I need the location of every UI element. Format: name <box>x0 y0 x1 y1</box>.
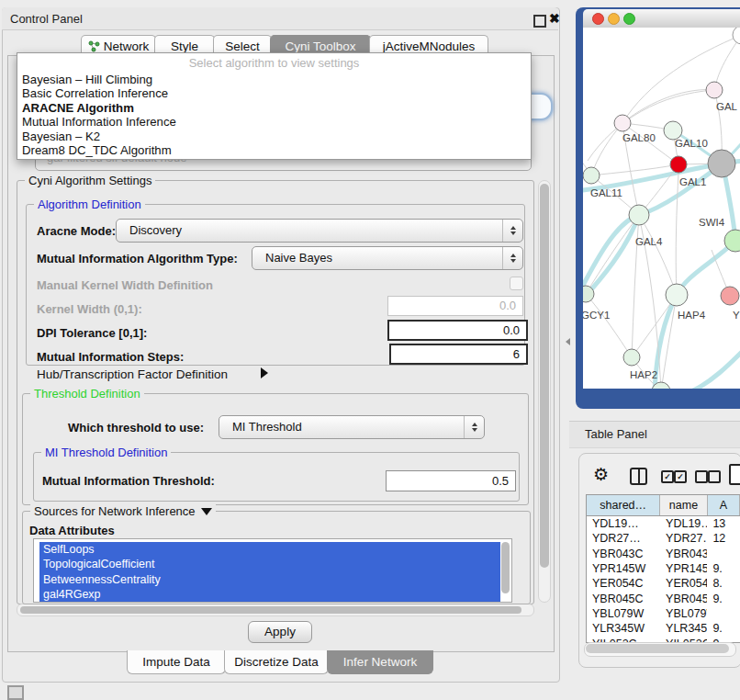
tab-impute-data[interactable]: Impute Data <box>127 650 226 674</box>
zoom-traffic-light-icon[interactable] <box>623 13 635 25</box>
tab-style-label: Style <box>171 40 198 53</box>
export-table-icon[interactable] <box>729 464 740 485</box>
node-label: GAL4 <box>635 236 663 247</box>
node-label: SWI4 <box>699 217 725 228</box>
table-row[interactable]: YDL19…YDL19…13 <box>587 516 740 531</box>
split-divider-grip[interactable] <box>566 338 570 345</box>
float-window-icon[interactable] <box>533 15 546 28</box>
algorithm-popup-list: Bayesian – Hill ClimbingBasic Correlatio… <box>17 73 531 157</box>
attribute-list-item[interactable]: gal4RGexp <box>39 587 500 602</box>
node-label: GCY1 <box>583 310 610 321</box>
attributes-scrollbar-thumb[interactable] <box>501 542 510 593</box>
manual-kernel-checkbox[interactable] <box>510 277 523 290</box>
algorithm-popup: Select algorithm to view settings Bayesi… <box>17 52 532 160</box>
hub-definition-label[interactable]: Hub/Transcription Factor Definition <box>37 367 228 381</box>
dpi-tolerance-field[interactable]: 0.0 <box>387 320 528 341</box>
node-label: GAL10 <box>675 138 708 149</box>
node-label: HAP2 <box>630 369 657 380</box>
kernel-width-label: Kernel Width (0,1): <box>37 302 142 316</box>
network-node-hap4[interactable] <box>666 284 688 306</box>
table-row[interactable]: YLR345WYLR345W9. <box>587 621 740 636</box>
kernel-width-field[interactable]: 0.0 <box>387 296 523 316</box>
attribute-list-item[interactable]: BetweennessCentrality <box>39 572 500 587</box>
network-node-hap2[interactable] <box>623 349 640 366</box>
aracne-mode-label: Aracne Mode: <box>37 224 116 238</box>
mi-type-select[interactable]: Naive Bayes <box>252 246 523 270</box>
control-panel-titlebar <box>2 7 558 30</box>
settings-vscrollbar-thumb[interactable] <box>540 184 549 568</box>
node-label: GAL <box>716 101 738 112</box>
node-table[interactable]: shared…nameA YDL19…YDL19…13YDR27…YDR27…1… <box>586 494 740 643</box>
network-canvas[interactable]: GALGAL80GAL10GAL1GAL11GAL4SWI4GCY1HAP4YH… <box>583 28 740 389</box>
algorithm-option[interactable]: ARACNE Algorithm <box>17 101 531 115</box>
network-window-titlebar[interactable] <box>583 9 740 28</box>
table-hscrollbar-thumb[interactable] <box>586 644 729 653</box>
network-node-y[interactable] <box>721 287 739 305</box>
mi-threshold-field[interactable]: 0.5 <box>386 470 516 491</box>
tab-discretize-data[interactable]: Discretize Data <box>224 650 329 674</box>
data-attributes-list[interactable]: SelfLoopsTopologicalCoefficientBetweenne… <box>33 538 512 603</box>
expand-right-icon[interactable] <box>261 367 268 378</box>
tab-cyni-toolbox-label: Cyni Toolbox <box>285 40 355 53</box>
algorithm-option[interactable]: Bayesian – K2 <box>17 130 531 143</box>
node-label: GAL1 <box>679 176 706 187</box>
table-row[interactable]: YBR043CYBR043C <box>587 547 740 561</box>
tab-jactivemnodules-label: jActiveMNodules <box>383 40 476 53</box>
column-header[interactable]: A <box>708 495 740 515</box>
sources-group-title[interactable]: Sources for Network Inference <box>30 504 216 518</box>
which-threshold-select[interactable]: MI Threshold <box>219 415 485 439</box>
table-cell: YBL079W <box>660 607 707 620</box>
data-attributes-items: SelfLoopsTopologicalCoefficientBetweenne… <box>34 542 511 603</box>
table-cell: YBR045C <box>660 593 707 605</box>
network-node-gal4[interactable] <box>629 205 649 225</box>
table-row[interactable]: YDR27…YDR27…12 <box>587 531 740 546</box>
table-cell: YBR043C <box>587 548 660 560</box>
minimize-traffic-light-icon[interactable] <box>608 13 620 25</box>
attribute-list-item[interactable]: SelfLoops <box>39 542 500 557</box>
table-cell: YLR345W <box>587 622 660 635</box>
network-node-gal10[interactable] <box>664 121 682 140</box>
network-node[interactable] <box>708 150 735 177</box>
tab-select-label: Select <box>225 40 260 53</box>
table-row[interactable]: YBR045CYBR045C9. <box>587 591 740 605</box>
deselect-checkbox-icon[interactable] <box>695 470 708 483</box>
node-label: HAP4 <box>678 310 706 321</box>
deselect-checkbox-icon[interactable] <box>708 470 721 483</box>
algorithm-option[interactable]: Basic Correlation Inference <box>17 86 531 100</box>
close-icon[interactable]: ✖ <box>549 11 560 26</box>
cyni-settings-title: Cyni Algorithm Settings <box>25 174 155 187</box>
network-node-gal11[interactable] <box>583 167 600 184</box>
close-traffic-light-icon[interactable] <box>592 13 604 25</box>
table-cell: 13 <box>707 517 740 530</box>
apply-button[interactable]: Apply <box>248 621 312 643</box>
screen: Control Panel ✖ Network Style Select Cyn… <box>0 0 740 700</box>
mi-steps-field[interactable]: 6 <box>389 344 528 365</box>
attribute-list-item[interactable]: TopologicalCoefficient <box>39 557 500 571</box>
network-node-gal80[interactable] <box>614 115 631 131</box>
network-node-gal[interactable] <box>706 82 723 98</box>
table-row[interactable]: YBL079WYBL079W <box>587 606 740 621</box>
settings-hscrollbar[interactable] <box>17 604 534 616</box>
network-node-gal1[interactable] <box>670 156 687 173</box>
node-label: GAL80 <box>622 132 656 143</box>
algorithm-option[interactable]: Mutual Information Inference <box>17 115 531 129</box>
network-node[interactable] <box>733 28 740 44</box>
tab-infer-network-label: Infer Network <box>343 655 417 669</box>
select-all-checkbox-icon[interactable]: ✓ <box>674 470 687 483</box>
table-cell: YBR045C <box>587 593 660 605</box>
settings-vscrollbar[interactable] <box>538 180 551 603</box>
settings-hscrollbar-thumb[interactable] <box>20 606 521 614</box>
aracne-mode-select[interactable]: Discovery <box>116 219 523 243</box>
column-header[interactable]: name <box>660 495 707 515</box>
split-view-icon[interactable] <box>630 468 647 485</box>
tab-infer-network[interactable]: Infer Network <box>327 650 433 674</box>
table-cell: YPR145W <box>587 562 660 575</box>
table-row[interactable]: YPR145WYPR145W9. <box>587 561 740 576</box>
gear-icon[interactable]: ⚙ <box>593 464 609 485</box>
algorithm-option[interactable]: Dream8 DC_TDC Algorithm <box>17 143 531 157</box>
column-header[interactable]: shared… <box>587 495 660 515</box>
restore-panel-icon[interactable] <box>7 685 24 700</box>
table-row[interactable]: YER054CYER054C8. <box>587 576 740 591</box>
algorithm-option[interactable]: Bayesian – Hill Climbing <box>17 73 531 86</box>
select-all-checkbox-icon[interactable]: ✓ <box>661 470 674 483</box>
